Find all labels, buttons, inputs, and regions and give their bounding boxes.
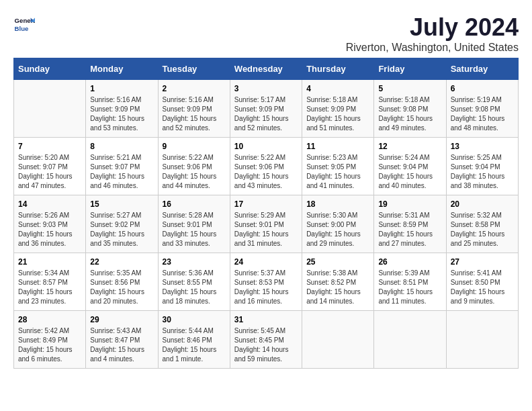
calendar-cell: 14Sunrise: 5:26 AMSunset: 9:03 PMDayligh…	[14, 195, 86, 253]
calendar-cell: 11Sunrise: 5:23 AMSunset: 9:05 PMDayligh…	[302, 138, 374, 195]
header-day-tuesday: Tuesday	[158, 58, 230, 80]
day-number: 11	[306, 142, 369, 151]
day-number: 7	[18, 142, 81, 151]
calendar-body: 1Sunrise: 5:16 AMSunset: 9:09 PMDaylight…	[14, 80, 519, 369]
subtitle: Riverton, Washington, United States	[346, 42, 519, 54]
day-info: Sunrise: 5:35 AMSunset: 8:56 PMDaylight:…	[90, 269, 153, 306]
day-number: 21	[18, 257, 81, 267]
day-info: Sunrise: 5:16 AMSunset: 9:09 PMDaylight:…	[163, 95, 226, 133]
calendar-table: SundayMondayTuesdayWednesdayThursdayFrid…	[13, 58, 519, 369]
day-info: Sunrise: 5:31 AMSunset: 8:59 PMDaylight:…	[378, 211, 441, 248]
day-number: 13	[451, 142, 514, 151]
week-row-0: 1Sunrise: 5:16 AMSunset: 9:09 PMDaylight…	[14, 80, 519, 138]
day-info: Sunrise: 5:43 AMSunset: 8:47 PMDaylight:…	[90, 326, 153, 364]
calendar-cell: 17Sunrise: 5:29 AMSunset: 9:01 PMDayligh…	[230, 195, 302, 253]
calendar-cell: 10Sunrise: 5:22 AMSunset: 9:06 PMDayligh…	[230, 138, 302, 195]
calendar-cell: 3Sunrise: 5:17 AMSunset: 9:09 PMDaylight…	[230, 80, 302, 138]
svg-text:Blue: Blue	[15, 25, 29, 32]
calendar-cell: 30Sunrise: 5:44 AMSunset: 8:46 PMDayligh…	[158, 311, 230, 369]
calendar-cell: 27Sunrise: 5:41 AMSunset: 8:50 PMDayligh…	[446, 253, 518, 311]
calendar-cell: 28Sunrise: 5:42 AMSunset: 8:49 PMDayligh…	[14, 311, 86, 369]
week-row-2: 14Sunrise: 5:26 AMSunset: 9:03 PMDayligh…	[14, 195, 519, 253]
day-info: Sunrise: 5:34 AMSunset: 8:57 PMDaylight:…	[18, 269, 81, 306]
calendar-cell: 16Sunrise: 5:28 AMSunset: 9:01 PMDayligh…	[158, 195, 230, 253]
day-number: 17	[234, 199, 298, 209]
calendar-cell: 15Sunrise: 5:27 AMSunset: 9:02 PMDayligh…	[86, 195, 158, 253]
calendar-cell: 21Sunrise: 5:34 AMSunset: 8:57 PMDayligh…	[14, 253, 86, 311]
week-row-1: 7Sunrise: 5:20 AMSunset: 9:07 PMDaylight…	[14, 138, 519, 195]
day-number: 28	[18, 315, 81, 324]
day-number: 27	[451, 257, 514, 267]
day-info: Sunrise: 5:30 AMSunset: 9:00 PMDaylight:…	[306, 211, 369, 248]
day-number: 30	[163, 315, 226, 324]
calendar-cell: 23Sunrise: 5:36 AMSunset: 8:55 PMDayligh…	[158, 253, 230, 311]
day-number: 2	[163, 84, 226, 93]
header-row: SundayMondayTuesdayWednesdayThursdayFrid…	[14, 58, 519, 80]
header-day-thursday: Thursday	[302, 58, 374, 80]
title-area: July 2024 Riverton, Washington, United S…	[346, 13, 519, 54]
day-number: 6	[451, 84, 514, 93]
header-day-sunday: Sunday	[14, 58, 86, 80]
day-info: Sunrise: 5:29 AMSunset: 9:01 PMDaylight:…	[234, 211, 298, 248]
day-number: 9	[163, 142, 226, 151]
calendar-cell: 25Sunrise: 5:38 AMSunset: 8:52 PMDayligh…	[302, 253, 374, 311]
calendar-cell: 19Sunrise: 5:31 AMSunset: 8:59 PMDayligh…	[374, 195, 446, 253]
day-number: 15	[90, 199, 153, 209]
day-info: Sunrise: 5:25 AMSunset: 9:04 PMDaylight:…	[451, 153, 514, 191]
day-number: 16	[163, 199, 226, 209]
day-number: 29	[90, 315, 153, 324]
header-day-wednesday: Wednesday	[230, 58, 302, 80]
day-info: Sunrise: 5:20 AMSunset: 9:07 PMDaylight:…	[18, 153, 81, 191]
calendar-cell: 7Sunrise: 5:20 AMSunset: 9:07 PMDaylight…	[14, 138, 86, 195]
day-number: 10	[234, 142, 298, 151]
header-day-monday: Monday	[86, 58, 158, 80]
day-info: Sunrise: 5:22 AMSunset: 9:06 PMDaylight:…	[234, 153, 298, 191]
day-info: Sunrise: 5:36 AMSunset: 8:55 PMDaylight:…	[163, 269, 226, 306]
day-number: 20	[451, 199, 514, 209]
day-info: Sunrise: 5:26 AMSunset: 9:03 PMDaylight:…	[18, 211, 81, 248]
day-info: Sunrise: 5:22 AMSunset: 9:06 PMDaylight:…	[163, 153, 226, 191]
logo-icon: General Blue	[13, 13, 35, 35]
day-number: 5	[378, 84, 441, 93]
calendar-cell: 1Sunrise: 5:16 AMSunset: 9:09 PMDaylight…	[86, 80, 158, 138]
calendar-cell: 13Sunrise: 5:25 AMSunset: 9:04 PMDayligh…	[446, 138, 518, 195]
calendar-cell	[302, 311, 374, 369]
day-info: Sunrise: 5:38 AMSunset: 8:52 PMDaylight:…	[306, 269, 369, 306]
calendar-cell: 18Sunrise: 5:30 AMSunset: 9:00 PMDayligh…	[302, 195, 374, 253]
calendar-cell: 22Sunrise: 5:35 AMSunset: 8:56 PMDayligh…	[86, 253, 158, 311]
calendar-cell: 9Sunrise: 5:22 AMSunset: 9:06 PMDaylight…	[158, 138, 230, 195]
day-info: Sunrise: 5:16 AMSunset: 9:09 PMDaylight:…	[90, 95, 153, 133]
day-number: 14	[18, 199, 81, 209]
day-info: Sunrise: 5:37 AMSunset: 8:53 PMDaylight:…	[234, 269, 298, 306]
day-number: 18	[306, 199, 369, 209]
day-info: Sunrise: 5:41 AMSunset: 8:50 PMDaylight:…	[451, 269, 514, 306]
day-info: Sunrise: 5:18 AMSunset: 9:08 PMDaylight:…	[378, 95, 441, 133]
day-number: 31	[234, 315, 298, 324]
day-number: 1	[90, 84, 153, 93]
header: General Blue July 2024 Riverton, Washing…	[13, 13, 519, 54]
day-number: 23	[163, 257, 226, 267]
calendar-cell: 29Sunrise: 5:43 AMSunset: 8:47 PMDayligh…	[86, 311, 158, 369]
day-info: Sunrise: 5:28 AMSunset: 9:01 PMDaylight:…	[163, 211, 226, 248]
calendar-cell	[446, 311, 518, 369]
calendar-header: SundayMondayTuesdayWednesdayThursdayFrid…	[14, 58, 519, 80]
day-number: 26	[378, 257, 441, 267]
day-number: 22	[90, 257, 153, 267]
day-info: Sunrise: 5:18 AMSunset: 9:09 PMDaylight:…	[306, 95, 369, 133]
week-row-3: 21Sunrise: 5:34 AMSunset: 8:57 PMDayligh…	[14, 253, 519, 311]
day-info: Sunrise: 5:21 AMSunset: 9:07 PMDaylight:…	[90, 153, 153, 191]
day-info: Sunrise: 5:27 AMSunset: 9:02 PMDaylight:…	[90, 211, 153, 248]
day-number: 25	[306, 257, 369, 267]
day-info: Sunrise: 5:39 AMSunset: 8:51 PMDaylight:…	[378, 269, 441, 306]
logo: General Blue	[13, 13, 35, 35]
calendar-cell: 8Sunrise: 5:21 AMSunset: 9:07 PMDaylight…	[86, 138, 158, 195]
day-number: 8	[90, 142, 153, 151]
header-day-friday: Friday	[374, 58, 446, 80]
header-day-saturday: Saturday	[446, 58, 518, 80]
day-info: Sunrise: 5:24 AMSunset: 9:04 PMDaylight:…	[378, 153, 441, 191]
calendar-cell	[14, 80, 86, 138]
calendar-cell: 20Sunrise: 5:32 AMSunset: 8:58 PMDayligh…	[446, 195, 518, 253]
main-title: July 2024	[346, 13, 519, 42]
calendar-cell: 24Sunrise: 5:37 AMSunset: 8:53 PMDayligh…	[230, 253, 302, 311]
day-number: 24	[234, 257, 298, 267]
